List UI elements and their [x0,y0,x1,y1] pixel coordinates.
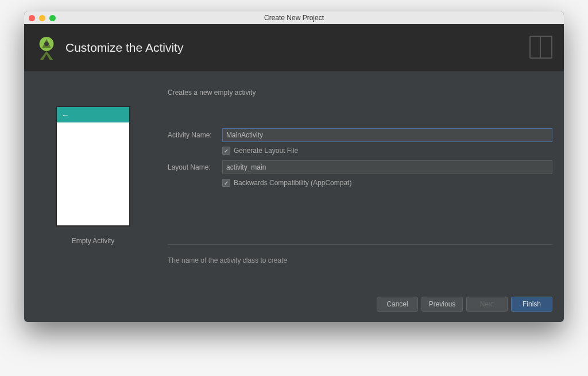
android-studio-icon [36,36,57,60]
minimize-window-button[interactable] [39,15,45,21]
titlebar: Create New Project [24,11,564,24]
close-window-button[interactable] [29,15,35,21]
maximize-window-button[interactable] [49,15,56,21]
phone-preview: ← [56,106,130,227]
activity-name-row: Activity Name: [168,128,552,142]
help-text: The name of the activity class to create [168,256,552,264]
generate-layout-row: ✓ Generate Layout File [222,147,552,155]
back-arrow-icon: ← [61,110,69,120]
generate-layout-label: Generate Layout File [234,147,298,155]
finish-button[interactable]: Finish [511,297,552,312]
generate-layout-checkbox[interactable]: ✓ [222,147,230,155]
previous-button[interactable]: Previous [421,297,463,312]
backwards-compat-row: ✓ Backwards Compatibility (AppCompat) [222,179,552,187]
form-column: Creates a new empty activity Activity Na… [150,89,552,278]
header-banner: Customize the Activity [24,24,564,71]
backwards-compat-checkbox[interactable]: ✓ [222,179,230,187]
svg-point-1 [44,41,49,46]
divider [168,244,552,245]
preview-column: ← Empty Activity [36,89,150,278]
page-title: Customize the Activity [65,41,183,55]
preview-label: Empty Activity [72,237,115,245]
layout-preview-icon [529,36,552,59]
backwards-compat-label: Backwards Compatibility (AppCompat) [234,179,351,187]
window-title: Create New Project [24,14,564,22]
wizard-window: Create New Project Customize the Activit… [24,11,564,322]
layout-name-input[interactable] [222,160,552,174]
footer-buttons: Cancel Previous Next Finish [24,290,564,322]
window-controls [29,15,56,21]
activity-name-input[interactable] [222,128,552,142]
layout-name-label: Layout Name: [168,163,222,171]
layout-name-row: Layout Name: [168,160,552,174]
phone-actionbar: ← [57,107,129,122]
form-subtitle: Creates a new empty activity [168,89,552,97]
cancel-button[interactable]: Cancel [377,297,418,312]
next-button: Next [466,297,508,312]
activity-name-label: Activity Name: [168,131,222,139]
content-area: ← Empty Activity Creates a new empty act… [24,71,564,290]
